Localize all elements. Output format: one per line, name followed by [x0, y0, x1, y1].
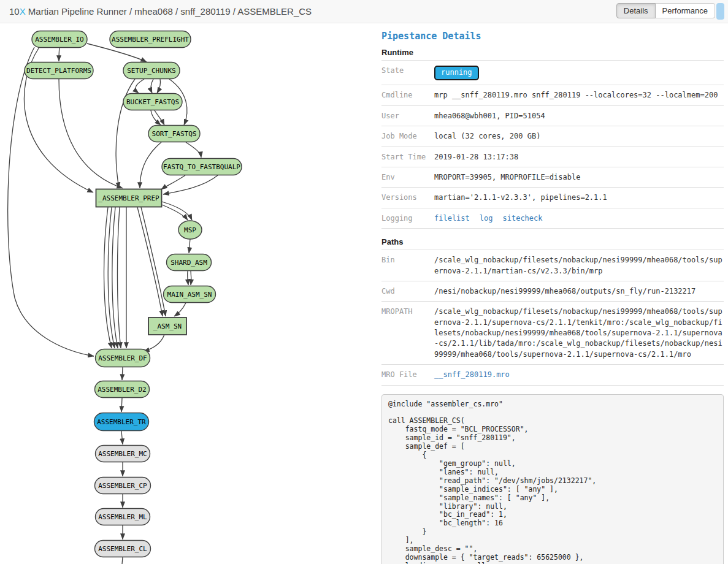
- dag-edge: [162, 205, 188, 220]
- log-link[interactable]: log: [480, 214, 493, 223]
- dag-edge: [188, 271, 188, 285]
- node-assembler_d2[interactable]: ASSEMBLER_D2: [95, 381, 150, 398]
- node-_asm_sn[interactable]: _ASM_SN: [148, 318, 186, 335]
- brand-x: X: [20, 6, 26, 17]
- row-label: Bin: [381, 250, 434, 281]
- node-label: ASSEMBLER_PREFLIGHT: [112, 36, 189, 44]
- node-label: SORT_FASTQS: [152, 130, 197, 138]
- dag-edge: [121, 398, 122, 412]
- node-shard_asm[interactable]: SHARD_ASM: [167, 254, 212, 271]
- table-row: Loggingfilelistlogsitecheck: [381, 208, 724, 228]
- node-msp[interactable]: MSP: [178, 221, 202, 239]
- node-label: ASSEMBLER_MC: [98, 450, 147, 458]
- app-title: 10X Martian Pipeline Runner / mhea068 / …: [9, 0, 312, 23]
- node-assembler_ml[interactable]: ASSEMBLER_ML: [96, 509, 150, 525]
- row-label: Cmdline: [381, 85, 434, 105]
- node-label: BUCKET_FASTQS: [126, 98, 179, 106]
- node-label: ASSEMBLER_D2: [98, 386, 146, 394]
- dag-edge: [163, 175, 218, 194]
- node-label: MAIN_ASM_SN: [167, 291, 212, 299]
- dag-edge: [162, 202, 192, 220]
- row-value: __snff_280119.mro: [434, 365, 724, 385]
- row-value: martian='2.1.1-v2.3.3', pipelines=2.1.1: [434, 188, 724, 208]
- row-value: mhea068@wbh001, PID=51054: [434, 105, 724, 126]
- runtime-heading: Runtime: [381, 48, 724, 61]
- node-label: _ASM_SN: [153, 322, 182, 330]
- node-label: ASSEMBLER_DF: [98, 354, 147, 362]
- dag-edge: [155, 110, 164, 125]
- state-badge: running: [434, 66, 479, 80]
- node-label: ASSEMBLER_IO: [35, 36, 83, 44]
- performance-button[interactable]: Performance: [656, 3, 715, 18]
- row-value: /nesi/nobackup/nesi99999/mhea068/outputs…: [434, 281, 724, 301]
- node-fastq_to_fastbqualp[interactable]: FASTQ_TO_FASTBQUALP: [162, 159, 242, 175]
- dag-edge: [122, 557, 123, 564]
- node-setup_chunks[interactable]: SETUP_CHUNKS: [123, 63, 180, 79]
- panel-title: Pipestance Details: [381, 31, 724, 42]
- row-value: /scale_wlg_nobackup/filesets/nobackup/ne…: [434, 302, 724, 365]
- dag-edge: [112, 207, 118, 348]
- row-label: Cwd: [381, 281, 434, 301]
- node-assembler_cl[interactable]: ASSEMBLER_CL: [95, 541, 151, 557]
- node-label: FASTQ_TO_FASTBQUALP: [163, 163, 240, 171]
- row-label: User: [381, 105, 434, 126]
- table-row: MRO File__snff_280119.mro: [381, 365, 724, 385]
- node-assembler_mc[interactable]: ASSEMBLER_MC: [96, 446, 150, 462]
- node-label: ASSEMBLER_ML: [98, 513, 147, 521]
- table-row: Job Modelocal (32 cores, 200 GB): [381, 126, 724, 147]
- node-assembler_preflight[interactable]: ASSEMBLER_PREFLIGHT: [110, 31, 191, 48]
- row-label: Start Time: [381, 147, 434, 167]
- pipeline-graph: ASSEMBLER_IOASSEMBLER_PREFLIGHTDETECT_PL…: [0, 23, 381, 564]
- dag-edge: [121, 431, 123, 444]
- paths-table: Bin/scale_wlg_nobackup/filesets/nobackup…: [381, 250, 724, 386]
- row-label: State: [381, 61, 434, 85]
- node-assembler_io[interactable]: ASSEMBLER_IO: [32, 31, 87, 48]
- row-label: Logging: [381, 208, 434, 228]
- table-row: Versionsmartian='2.1.1-v2.3.3', pipeline…: [381, 188, 724, 208]
- details-button[interactable]: Details: [616, 3, 656, 18]
- table-row: EnvMROPORT=39905, MROPROFILE=disable: [381, 167, 724, 187]
- breadcrumb: Martian Pipeline Runner / mhea068 / snff…: [26, 6, 312, 17]
- sitecheck-link[interactable]: sitecheck: [502, 214, 542, 223]
- node-label: ASSEMBLER_CL: [98, 545, 147, 553]
- dag-edge: [122, 367, 123, 380]
- dag-edge: [117, 207, 121, 348]
- node-assembler_cp[interactable]: ASSEMBLER_CP: [95, 478, 151, 494]
- node-_assembler_prep[interactable]: _ASSEMBLER_PREP: [96, 189, 162, 207]
- node-detect_platforms[interactable]: DETECT_PLATFORMS: [25, 63, 93, 79]
- filelist-link[interactable]: filelist: [434, 214, 470, 223]
- dag-edge: [140, 142, 161, 188]
- view-toggle-group: Details Performance: [616, 3, 715, 18]
- row-label: MROPATH: [381, 302, 434, 365]
- node-label: SHARD_ASM: [171, 259, 207, 267]
- dag-edge: [8, 47, 94, 356]
- dag-edge: [189, 239, 190, 253]
- row-label: MRO File: [381, 365, 434, 385]
- table-row: Cmdlinemrp __snff_280119.mro snff_280119…: [381, 85, 724, 105]
- navbar: 10X Martian Pipeline Runner / mhea068 / …: [0, 0, 728, 23]
- pipeline-dag-svg: ASSEMBLER_IOASSEMBLER_PREFLIGHTDETECT_PL…: [0, 23, 381, 564]
- node-sort_fastqs[interactable]: SORT_FASTQS: [148, 126, 200, 142]
- node-label: DETECT_PLATFORMS: [26, 67, 91, 75]
- node-assembler_tr[interactable]: ASSEMBLER_TR: [94, 413, 149, 431]
- dag-edge: [186, 142, 201, 158]
- runtime-table: StaterunningCmdlinemrp __snff_280119.mro…: [381, 61, 724, 229]
- dag-edge: [59, 48, 59, 61]
- dag-edge: [136, 79, 144, 93]
- row-value: mrp __snff_280119.mro snff_280119 --loca…: [434, 85, 724, 105]
- dag-edge: [161, 175, 185, 189]
- dag-edge: [141, 207, 166, 316]
- node-assembler_df[interactable]: ASSEMBLER_DF: [96, 349, 150, 367]
- node-label: MSP: [184, 226, 196, 234]
- row-label: Env: [381, 167, 434, 187]
- dag-edge: [144, 335, 164, 351]
- node-main_asm_sn[interactable]: MAIN_ASM_SN: [164, 286, 216, 303]
- node-bucket_fastqs[interactable]: BUCKET_FASTQS: [123, 94, 182, 110]
- node-label: ASSEMBLER_TR: [97, 418, 146, 426]
- dag-edge: [59, 79, 123, 188]
- table-row: MROPATH/scale_wlg_nobackup/filesets/noba…: [381, 302, 724, 365]
- dag-edge: [157, 79, 161, 93]
- mro-file-link[interactable]: __snff_280119.mro: [434, 370, 510, 379]
- brand-number: 10: [9, 6, 20, 17]
- mro-source: @include "assembler_cs.mro" call ASSEMBL…: [381, 394, 724, 564]
